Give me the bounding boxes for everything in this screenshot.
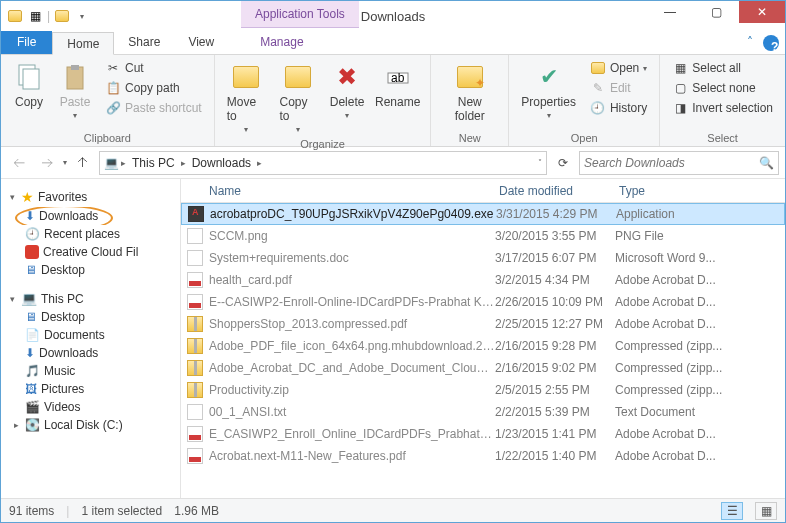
search-input[interactable]: 🔍: [579, 151, 779, 175]
tab-home[interactable]: Home: [52, 32, 114, 55]
file-png-icon: [187, 228, 203, 244]
file-type: Adobe Acrobat D...: [615, 273, 785, 287]
file-list[interactable]: acrobatproDC_T90UPgJSRxikVpV4Z90ePg0409.…: [181, 203, 785, 498]
refresh-button[interactable]: ⟳: [551, 156, 575, 170]
file-row[interactable]: ShoppersStop_2013.compressed.pdf2/25/201…: [181, 313, 785, 335]
rename-button[interactable]: abRename: [373, 59, 422, 111]
tab-share[interactable]: Share: [114, 31, 174, 54]
collapse-icon[interactable]: ▾: [7, 192, 17, 202]
file-row[interactable]: E--CASIWP2-Enroll-Online-IDCardPDFs-Prab…: [181, 291, 785, 313]
search-field[interactable]: [584, 156, 759, 170]
group-organize-label: Organize: [223, 136, 423, 150]
tab-manage[interactable]: Manage: [246, 31, 317, 54]
nav-label: Desktop: [41, 263, 85, 277]
cut-button[interactable]: ✂Cut: [101, 59, 206, 77]
file-date: 3/20/2015 3:55 PM: [495, 229, 615, 243]
close-button[interactable]: ✕: [739, 1, 785, 23]
file-row[interactable]: 00_1_ANSI.txt2/2/2015 5:39 PMText Docume…: [181, 401, 785, 423]
status-selection: 1 item selected: [81, 504, 162, 518]
nav-history-dropdown[interactable]: ▾: [63, 158, 67, 167]
view-thumbnails-button[interactable]: ▦: [755, 502, 777, 520]
folder-icon: [7, 8, 23, 24]
sidebar-item-music[interactable]: 🎵Music: [1, 362, 180, 380]
properties-button[interactable]: ✔Properties▾: [517, 59, 580, 122]
sidebar-item-documents[interactable]: 📄Documents: [1, 326, 180, 344]
file-date: 3/2/2015 4:34 PM: [495, 273, 615, 287]
file-type: Compressed (zipp...: [615, 361, 785, 375]
move-to-icon: [230, 61, 262, 93]
copy-path-button[interactable]: 📋Copy path: [101, 79, 206, 97]
tab-view[interactable]: View: [174, 31, 228, 54]
new-folder-button[interactable]: ✦New folder: [439, 59, 500, 125]
select-all-button[interactable]: ▦Select all: [668, 59, 777, 77]
delete-button[interactable]: ✖Delete▾: [327, 59, 367, 122]
group-open-label: Open: [517, 130, 651, 144]
help-icon[interactable]: ?: [763, 35, 779, 51]
file-row[interactable]: acrobatproDC_T90UPgJSRxikVpV4Z90ePg0409.…: [181, 203, 785, 225]
file-type: Adobe Acrobat D...: [615, 427, 785, 441]
file-row[interactable]: Productivity.zip2/5/2015 2:55 PMCompress…: [181, 379, 785, 401]
crumb-downloads[interactable]: Downloads: [188, 156, 255, 170]
sidebar-item-creative-cloud-fil[interactable]: Creative Cloud Fil: [1, 243, 180, 261]
chevron-right-icon[interactable]: ▸: [121, 158, 126, 168]
chevron-right-icon[interactable]: ▸: [181, 158, 186, 168]
properties-qat-icon[interactable]: ▦: [27, 8, 43, 24]
ribbon-collapse-icon[interactable]: ˄: [739, 31, 761, 54]
move-to-button[interactable]: Move to▾: [223, 59, 270, 136]
invert-selection-button[interactable]: ◨Invert selection: [668, 99, 777, 117]
file-name: E_CASIWP2_Enroll_Online_IDCardPDFs_Prabh…: [209, 427, 495, 441]
copy-to-button[interactable]: Copy to▾: [276, 59, 322, 136]
file-row[interactable]: Adobe_PDF_file_icon_64x64.png.mhubdownlo…: [181, 335, 785, 357]
window-controls: — ▢ ✕: [647, 1, 785, 23]
sidebar-item-desktop[interactable]: 🖥Desktop: [1, 261, 180, 279]
file-name: ShoppersStop_2013.compressed.pdf: [209, 317, 495, 331]
paste-button[interactable]: Paste ▾: [55, 59, 95, 122]
paste-shortcut-button[interactable]: 🔗Paste shortcut: [101, 99, 206, 117]
sidebar-item-videos[interactable]: 🎬Videos: [1, 398, 180, 416]
sidebar-item-pictures[interactable]: 🖼Pictures: [1, 380, 180, 398]
file-zip-icon: [187, 338, 203, 354]
qat-dropdown-icon[interactable]: ▾: [74, 8, 90, 24]
file-date: 3/31/2015 4:29 PM: [496, 207, 616, 221]
expand-icon[interactable]: ▸: [11, 420, 21, 430]
main-content: ▾★Favorites ⬇Downloads🕘Recent placesCrea…: [1, 179, 785, 498]
copy-button[interactable]: Copy: [9, 59, 49, 111]
sidebar-item-downloads[interactable]: ⬇Downloads: [1, 344, 180, 362]
address-dropdown-icon[interactable]: ˅: [538, 158, 542, 167]
sidebar-item-desktop[interactable]: 🖥Desktop: [1, 308, 180, 326]
sidebar-item-downloads[interactable]: ⬇Downloads: [1, 207, 180, 225]
minimize-button[interactable]: —: [647, 1, 693, 23]
file-date: 2/16/2015 9:02 PM: [495, 361, 615, 375]
breadcrumb[interactable]: 💻 ▸ This PC ▸ Downloads ▸ ˅: [99, 151, 547, 175]
nav-up-button[interactable]: 🡡: [71, 151, 95, 175]
file-row[interactable]: E_CASIWP2_Enroll_Online_IDCardPDFs_Prabh…: [181, 423, 785, 445]
column-date[interactable]: Date modified: [491, 184, 611, 198]
chevron-right-icon[interactable]: ▸: [257, 158, 262, 168]
crumb-this-pc[interactable]: This PC: [128, 156, 179, 170]
search-icon[interactable]: 🔍: [759, 156, 774, 170]
open-button[interactable]: Open ▾: [586, 59, 651, 77]
sidebar-item-recent-places[interactable]: 🕘Recent places: [1, 225, 180, 243]
sidebar-item-local-disk-c-[interactable]: ▸💽Local Disk (C:): [1, 416, 180, 434]
tab-file[interactable]: File: [1, 31, 52, 54]
file-row[interactable]: health_card.pdf3/2/2015 4:34 PMAdobe Acr…: [181, 269, 785, 291]
new-folder-qat-icon[interactable]: [54, 8, 70, 24]
maximize-button[interactable]: ▢: [693, 1, 739, 23]
nav-back-button[interactable]: 🡠: [7, 151, 31, 175]
file-row[interactable]: System+requirements.doc3/17/2015 6:07 PM…: [181, 247, 785, 269]
file-row[interactable]: Adobe_Acrobat_DC_and_Adobe_Document_Clou…: [181, 357, 785, 379]
file-date: 3/17/2015 6:07 PM: [495, 251, 615, 265]
nav-favorites-header[interactable]: ▾★Favorites: [1, 187, 180, 207]
edit-button[interactable]: ✎Edit: [586, 79, 651, 97]
file-row[interactable]: SCCM.png3/20/2015 3:55 PMPNG File: [181, 225, 785, 247]
view-details-button[interactable]: ☰: [721, 502, 743, 520]
nav-icon: 💽: [25, 418, 40, 432]
file-row[interactable]: Acrobat.next-M11-New_Features.pdf1/22/20…: [181, 445, 785, 467]
history-button[interactable]: 🕘History: [586, 99, 651, 117]
column-name[interactable]: Name: [181, 184, 491, 198]
nav-forward-button[interactable]: 🡢: [35, 151, 59, 175]
collapse-icon[interactable]: ▾: [7, 294, 17, 304]
column-type[interactable]: Type: [611, 184, 785, 198]
nav-thispc-header[interactable]: ▾💻This PC: [1, 289, 180, 308]
select-none-button[interactable]: ▢Select none: [668, 79, 777, 97]
